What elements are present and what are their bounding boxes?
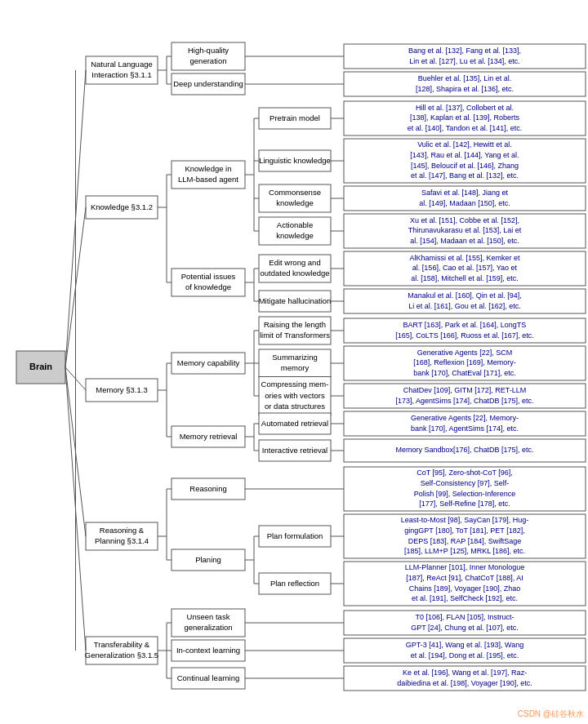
svg-text:Interactive retrieval: Interactive retrieval [262,446,327,455]
svg-text:[145], Beloucif et al. [146], : [145], Beloucif et al. [146], Zhang [411,162,519,170]
svg-text:Safavi et al. [148], Jiang et: Safavi et al. [148], Jiang et [421,189,509,197]
node-box: Mitigate hallucination [259,291,332,312]
node-box: Automated retrieval [259,413,331,434]
node-box: Natural LanguageInteraction §3.1.1 [86,56,158,84]
svg-text:Pretrain model: Pretrain model [270,113,320,122]
svg-text:Thirunavukarasu et al. [153], : Thirunavukarasu et al. [153], Lai et [408,226,522,234]
watermark: CSDN @硅谷秋水 [518,708,584,720]
svg-text:Deep understanding: Deep understanding [173,79,243,88]
svg-text:Interaction §3.1.1: Interaction §3.1.1 [91,70,151,79]
svg-text:GPT [24], Chung et al. [107], : GPT [24], Chung et al. [107], etc. [411,624,518,632]
svg-text:Self-Consistency [97], Self-: Self-Consistency [97], Self- [421,479,510,487]
svg-text:[143], Rau et al. [144], Yang : [143], Rau et al. [144], Yang et al. [410,151,519,159]
node-box: Memory retrieval [172,426,245,447]
svg-text:Lin et al. [127], Lu et al. [1: Lin et al. [127], Lu et al. [134], etc. [409,57,520,65]
svg-text:generalization: generalization [184,623,232,632]
svg-text:Summarizing: Summarizing [272,353,317,362]
svg-text:Plan formulation: Plan formulation [267,531,323,540]
node-box: In-context learning [172,640,245,661]
svg-text:gingGPT [180], ToT [181], PET : gingGPT [180], ToT [181], PET [182], [404,526,524,535]
svg-text:bank [170], ChatEval [171], et: bank [170], ChatEval [171], etc. [413,369,516,377]
svg-text:Compressing mem-: Compressing mem- [261,380,329,389]
svg-text:Ke et al. [196], Wang et al. [: Ke et al. [196], Wang et al. [197], Raz- [403,668,527,677]
node-box: Potential issuesof knowledge [172,269,245,296]
svg-text:al. [156], Cao et al. [157], Y: al. [156], Cao et al. [157], Yao et [412,264,518,272]
node-box: GPT-3 [41], Wang et al. [193], Wanget al… [344,638,586,663]
svg-text:LLM-Planner [101], Inner Monol: LLM-Planner [101], Inner Monologue [405,563,525,571]
node-box: Vulic et al. [142], Hewitt et al.[143], … [344,139,586,183]
svg-text:al. [149], Madaan [150], etc.: al. [149], Madaan [150], etc. [419,199,510,207]
svg-text:Natural Language: Natural Language [91,60,153,69]
node-box: T0 [106], FLAN [105], Instruct-GPT [24],… [344,611,586,635]
node-box: Knowledge §3.1.2 [86,196,158,219]
node-box: Edit wrong andoutdated knowledge [259,255,331,282]
svg-text:Memory Sandbox[176], ChatDB [1: Memory Sandbox[176], ChatDB [175], etc. [395,446,533,454]
node-box: Actionableknowledge [259,217,331,245]
node-box: Memory §3.1.3 [86,379,158,402]
svg-text:Edit wrong and: Edit wrong and [269,258,320,267]
svg-text:Knowledge in: Knowledge in [185,164,231,173]
node-box: Memory Sandbox[176], ChatDB [175], etc. [344,439,586,462]
node-box: Transferability &Generalization §3.1.5 [85,637,158,664]
svg-text:Generative Agents [22], SCM: Generative Agents [22], SCM [417,349,513,357]
node-box: Plan reflection [259,573,331,594]
node-box: Linguistic knowledge [259,150,331,171]
svg-text:Transferability &: Transferability & [94,640,150,649]
svg-text:Memory §3.1.3: Memory §3.1.3 [96,385,147,394]
svg-text:[185], LLM+P [125], MRKL [186]: [185], LLM+P [125], MRKL [186], etc. [404,547,525,555]
node-box: Generative Agents [22], Memory-bank [170… [344,411,586,436]
node-box: Memory capability [172,353,245,374]
diagram-container: BrainNatural LanguageInteraction §3.1.1H… [0,0,588,724]
svg-text:al. [158], Mitchell et al. [15: al. [158], Mitchell et al. [159], etc. [411,274,519,282]
svg-text:LLM-based agent: LLM-based agent [178,175,238,184]
node-box: Knowledge inLLM-based agent [172,161,245,189]
node-box: BART [163], Park et al. [164], LongTS[16… [344,318,586,343]
svg-text:et al. [147], Bang et al. [132: et al. [147], Bang et al. [132], etc. [411,171,519,180]
svg-text:T0 [106], FLAN [105], Instruct: T0 [106], FLAN [105], Instruct- [415,613,514,621]
node-box: Compressing mem-ories with vectorsor dat… [259,377,331,415]
node-box: CoT [95], Zero-shot-CoT [96],Self-Consis… [344,467,586,511]
node-box: Safavi et al. [148], Jiang etal. [149], … [344,186,586,211]
node-box: Generative Agents [22], SCM[168], Reflex… [344,346,586,380]
node-box: High-qualitygeneration [172,42,245,70]
node-box: Bang et al. [132], Fang et al. [133],Lin… [344,44,586,69]
svg-text:Potential issues: Potential issues [181,272,236,281]
svg-text:Xu et al. [151], Cobbe et al. : Xu et al. [151], Cobbe et al. [152], [410,216,519,224]
svg-text:et al. [194], Dong et al. [195: et al. [194], Dong et al. [195], etc. [411,651,519,660]
node-box: Reasoning &Planning §3.1.4 [86,522,158,550]
svg-text:Knowledge §3.1.2: Knowledge §3.1.2 [91,202,153,211]
svg-text:Mitigate hallucination: Mitigate hallucination [259,296,332,305]
svg-text:DEPS [183], RAP [184], SwiftSa: DEPS [183], RAP [184], SwiftSage [408,537,521,545]
svg-text:knowledge: knowledge [276,231,313,240]
node-box: AlKhamissi et al. [155], Kemker etal. [1… [344,251,586,286]
svg-text:Buehler et al. [135], Lin et a: Buehler et al. [135], Lin et al. [418,74,512,82]
node-box: Plan formulation [259,526,331,547]
svg-text:Generalization §3.1.5: Generalization §3.1.5 [85,651,158,660]
node-box: Brain [16,351,65,384]
svg-text:[173], AgentSims [174], ChatDB: [173], AgentSims [174], ChatDB [175], et… [395,397,533,405]
svg-text:generation: generation [190,56,227,65]
svg-text:Raising the length: Raising the length [264,320,326,329]
svg-text:Bang et al. [132], Fang et al.: Bang et al. [132], Fang et al. [133], [408,47,521,55]
node-box: Interactive retrieval [259,440,331,461]
node-box: Buehler et al. [135], Lin et al.[128], S… [344,72,586,96]
node-box: Raising the lengthlimit of Transformers [259,317,331,344]
svg-text:High-quality: High-quality [188,46,229,55]
svg-text:or data structures: or data structures [265,402,325,411]
svg-text:ories with vectors: ories with vectors [265,391,325,400]
svg-text:Continual learning: Continual learning [177,673,240,682]
svg-text:Li et al. [161], Gou et al. [1: Li et al. [161], Gou et al. [162], etc. [408,302,521,310]
svg-text:[165], CoLTS [166], Ruoss et a: [165], CoLTS [166], Ruoss et al. [167], … [395,331,533,340]
tree-diagram: BrainNatural LanguageInteraction §3.1.1H… [4,8,588,724]
node-box: Least-to-Most [98], SayCan [179], Hug-gi… [344,514,586,558]
node-box: Hill et al. [137], Collobert et al.[138]… [344,101,586,135]
svg-text:GPT-3 [41], Wang et al. [193],: GPT-3 [41], Wang et al. [193], Wang [406,641,523,649]
node-box: Ke et al. [196], Wang et al. [197], Raz-… [344,666,586,691]
svg-text:Commonsense: Commonsense [269,188,321,197]
svg-text:In-context learning: In-context learning [176,646,240,655]
svg-text:outdated knowledge: outdated knowledge [260,269,329,278]
svg-text:of knowledge: of knowledge [185,282,231,291]
svg-text:[128], Shapira et al. [136], e: [128], Shapira et al. [136], etc. [416,85,514,93]
svg-text:daibiedina et al. [198], Voyag: daibiedina et al. [198], Voyager [190], … [397,679,532,687]
svg-text:Planing: Planing [195,555,221,564]
